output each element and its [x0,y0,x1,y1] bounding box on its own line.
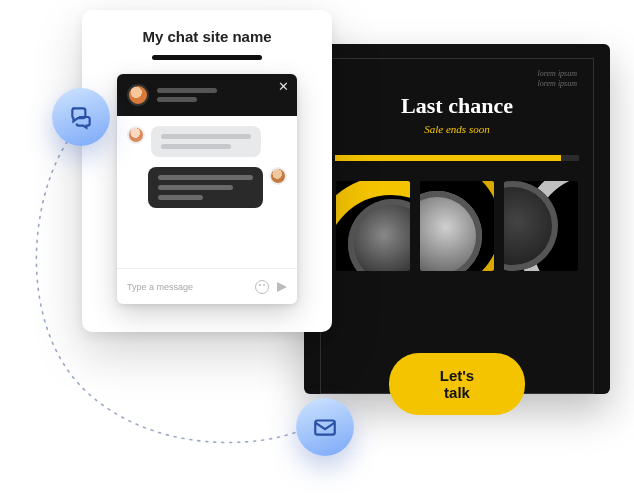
avatar [127,126,145,144]
chat-input[interactable]: Type a message [127,282,247,292]
chat-input-bar: Type a message [117,268,297,304]
mail-icon [312,414,338,440]
message-bubble [148,167,263,208]
avatar [269,167,287,185]
close-icon[interactable]: ✕ [278,80,289,93]
promo-title: Last chance [335,93,579,119]
product-image [420,181,494,271]
message-row-incoming [127,126,287,157]
message-bubble [151,126,261,157]
promo-meta: lorem ipsum lorem ipsum [538,69,577,90]
promo-meta-line: lorem ipsum [538,79,577,89]
svg-rect-0 [315,421,335,435]
chat-header-text [157,88,217,102]
send-icon[interactable] [277,282,287,292]
chat-body [117,116,297,268]
mail-badge [296,398,354,456]
emoji-icon[interactable] [255,280,269,294]
promo-progress-bar [335,155,579,161]
promo-image-row [335,181,579,271]
chat-header: ✕ [117,74,297,116]
message-row-outgoing [127,167,287,208]
chat-card: My chat site name ✕ [82,10,332,332]
cta-button[interactable]: Let's talk [389,353,525,415]
chat-site-title: My chat site name [102,28,312,45]
title-underline [152,55,262,60]
product-image [336,181,410,271]
promo-meta-line: lorem ipsum [538,69,577,79]
promo-inner: lorem ipsum lorem ipsum Last chance Sale… [320,58,594,394]
product-image [504,181,578,271]
chat-badge [52,88,110,146]
chat-bubbles-icon [68,104,94,130]
promo-subtitle: Sale ends soon [335,123,579,135]
chat-window: ✕ Type a message [117,74,297,304]
avatar [127,84,149,106]
promo-card: lorem ipsum lorem ipsum Last chance Sale… [304,44,610,394]
